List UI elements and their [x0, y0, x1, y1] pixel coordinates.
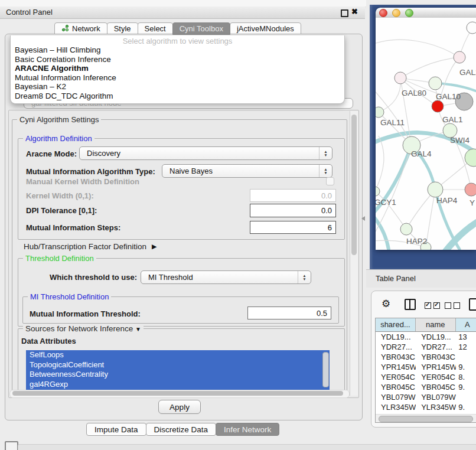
- table-horizontal-scrollbar[interactable]: [376, 414, 476, 422]
- table-panel-window: ⚙ ✓ ✓ shared...nameA YDL19...YDL19...13Y…: [371, 291, 476, 428]
- settings-horizontal-scrollbar[interactable]: [9, 390, 350, 398]
- manual-kernel-checkbox[interactable]: [326, 177, 334, 185]
- tab-jactivemnodules[interactable]: jActiveMNodules: [230, 22, 301, 35]
- mi-steps-label: Mutual Information Steps:: [26, 223, 120, 232]
- table-cell: YBR043C: [416, 352, 456, 362]
- algorithm-dropdown-popup: Select algorithm to view settings Bayesi…: [10, 35, 345, 104]
- float-window-icon[interactable]: [341, 9, 348, 17]
- tab-select[interactable]: Select: [138, 22, 173, 35]
- select-all-checks-icon[interactable]: ✓ ✓: [425, 302, 440, 309]
- combo-stepper-icon[interactable]: ▲▼: [319, 147, 332, 159]
- mi-steps-field[interactable]: 6: [250, 221, 336, 234]
- settings-horizontal-scrollbar-thumb[interactable]: [12, 391, 343, 396]
- table-cell: 9.: [456, 382, 476, 392]
- table-cell: YER054C: [376, 372, 416, 382]
- expand-right-icon[interactable]: ▶: [152, 243, 157, 250]
- bottom-tab-impute-data[interactable]: Impute Data: [86, 423, 146, 436]
- table-cell: YBR045C: [376, 382, 416, 392]
- network-node[interactable]: [400, 223, 412, 235]
- table-cell: 12: [456, 342, 476, 352]
- table-row[interactable]: YPR145WYPR145W9.: [376, 362, 476, 372]
- tab-network[interactable]: Network: [54, 22, 107, 35]
- attribute-item-gal4rgexp[interactable]: gal4RGexp: [26, 380, 330, 390]
- tab-style[interactable]: Style: [107, 22, 138, 35]
- network-window-titlebar[interactable]: [376, 8, 476, 18]
- network-node[interactable]: [429, 77, 442, 90]
- algorithm-option-bayesian-hill-climbing[interactable]: Bayesian – Hill Climbing: [11, 45, 344, 55]
- bottom-tab-infer-network[interactable]: Infer Network: [216, 423, 279, 436]
- table-cell: YLR345W: [376, 402, 416, 412]
- column-header-shared[interactable]: shared...: [376, 318, 416, 331]
- new-table-icon[interactable]: [469, 298, 476, 311]
- aracne-mode-combo[interactable]: Discovery ▲▼: [79, 146, 332, 160]
- tab-label: Network: [72, 24, 100, 33]
- bottom-tab-bar: Impute DataDiscretize DataInfer Network: [86, 423, 279, 436]
- table-row[interactable]: YBR043CYBR043C: [376, 352, 476, 362]
- node-label-gal2: GAL2: [459, 68, 476, 77]
- settings-vertical-scrollbar-thumb[interactable]: [351, 115, 357, 255]
- algorithm-option-dream8-dc-tdc-algorithm[interactable]: Dream8 DC_TDC Algorithm: [11, 92, 344, 101]
- network-node[interactable]: [465, 183, 476, 196]
- table-row[interactable]: YBR045CYBR045C9.: [376, 382, 476, 392]
- columns-icon[interactable]: [405, 299, 416, 310]
- apply-button[interactable]: Apply: [158, 400, 201, 414]
- traffic-light-close-icon[interactable]: [379, 9, 387, 17]
- table-cell: [456, 392, 476, 402]
- table-cell: [456, 352, 476, 362]
- table-horizontal-scrollbar-thumb[interactable]: [379, 416, 473, 422]
- table-row[interactable]: YER054CYER054C8.: [376, 372, 476, 382]
- network-node[interactable]: [432, 100, 444, 112]
- hub-definition-expander[interactable]: Hub/Transcription Factor Definition ▶: [24, 242, 157, 251]
- tab-cyni-toolbox[interactable]: Cyni Toolbox: [172, 22, 230, 35]
- table-row[interactable]: YLR345WYLR345W9.: [376, 402, 476, 412]
- data-attributes-list[interactable]: SelfLoopsTopologicalCoefficientBetweenne…: [26, 350, 330, 390]
- bottom-left-panel-icon[interactable]: [5, 441, 18, 450]
- sources-group-title[interactable]: Sources for Network Inference ▼: [23, 324, 144, 333]
- close-panel-icon[interactable]: ✖: [351, 7, 358, 16]
- algorithm-option-basic-correlation-inference[interactable]: Basic Correlation Inference: [11, 55, 344, 64]
- table-cell: 13: [456, 332, 476, 342]
- network-node[interactable]: [376, 107, 384, 118]
- deselect-all-checks-icon[interactable]: [445, 302, 460, 309]
- settings-vertical-scrollbar[interactable]: [350, 111, 358, 396]
- table-cell: YDR27...: [416, 342, 456, 352]
- splitter-collapse-arrow-icon[interactable]: [361, 216, 365, 221]
- network-node[interactable]: [467, 22, 476, 34]
- column-header-name[interactable]: name: [416, 318, 456, 331]
- algorithm-option-bayesian-k2[interactable]: Bayesian – K2: [11, 82, 344, 92]
- network-node[interactable]: [395, 72, 406, 84]
- network-node[interactable]: [428, 182, 443, 197]
- table-cell: YDL19...: [376, 332, 416, 342]
- network-node[interactable]: [454, 51, 465, 63]
- attribute-item-betweennesscentrality[interactable]: BetweennessCentrality: [26, 370, 330, 380]
- attribute-item-topologicalcoefficient[interactable]: TopologicalCoefficient: [26, 360, 330, 370]
- traffic-light-minimize-icon[interactable]: [392, 9, 400, 17]
- table-row[interactable]: YDL19...YDL19...13: [376, 332, 476, 342]
- which-threshold-combo[interactable]: MI Threshold ▲▼: [141, 270, 311, 284]
- bottom-status-bar: [18, 444, 476, 450]
- dpi-tolerance-field[interactable]: 0.0: [250, 204, 336, 217]
- mi-threshold-field[interactable]: 0.5: [247, 306, 331, 319]
- combo-stepper-icon[interactable]: ▲▼: [298, 271, 311, 283]
- kernel-width-field[interactable]: 0.0: [250, 189, 336, 202]
- expand-down-icon[interactable]: ▼: [135, 326, 141, 332]
- app-screen: Control Panel ✖ NetworkStyleSelectCyni T…: [0, 0, 476, 450]
- network-canvas[interactable]: GAL2GAL80GAL10GAL1GAL11SWI4GAL4GCY1HAP4Y…: [376, 18, 476, 250]
- algorithm-options-list: Bayesian – Hill ClimbingBasic Correlatio…: [11, 45, 344, 101]
- mi-type-combo[interactable]: Naive Bayes ▲▼: [162, 164, 332, 178]
- attribute-list-scrollbar-thumb[interactable]: [322, 352, 329, 387]
- gear-icon[interactable]: ⚙: [382, 298, 390, 310]
- algorithm-option-aracne-algorithm[interactable]: ARACNE Algorithm: [11, 64, 344, 73]
- node-table: shared...nameA YDL19...YDL19...13YDR27..…: [375, 318, 476, 423]
- attribute-item-selfloops[interactable]: SelfLoops: [26, 350, 330, 360]
- manual-kernel-label: Manual Kernel Width Definition: [26, 177, 139, 186]
- traffic-light-zoom-icon[interactable]: [405, 9, 413, 17]
- table-row[interactable]: YDR27...YDR27...12: [376, 342, 476, 352]
- bottom-tab-discretize-data[interactable]: Discretize Data: [146, 423, 217, 436]
- algorithm-option-mutual-information-inference[interactable]: Mutual Information Inference: [11, 73, 344, 83]
- aracne-mode-value: Discovery: [87, 149, 120, 158]
- combo-stepper-icon[interactable]: ▲▼: [319, 165, 332, 177]
- table-row[interactable]: YBL079WYBL079W: [376, 392, 476, 402]
- table-cell: 9.: [456, 402, 476, 412]
- column-header-a[interactable]: A: [456, 318, 476, 331]
